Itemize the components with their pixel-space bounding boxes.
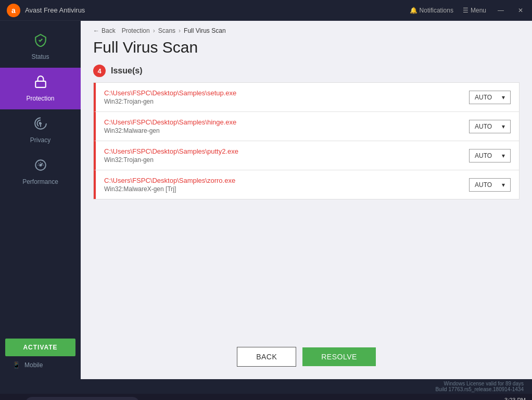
speedometer-icon xyxy=(34,158,47,175)
chevron-down-icon: ▾ xyxy=(502,152,505,159)
sidebar-item-status[interactable]: Status xyxy=(0,26,81,68)
issue-item: C:\Users\FSPC\Desktop\Samples\putty2.exe… xyxy=(94,141,519,170)
version-bar: Windows License valid for 89 days Build … xyxy=(0,379,532,394)
breadcrumb-current: Full Virus Scan xyxy=(184,27,225,34)
issue-type: Win32:Trojan-gen xyxy=(104,98,236,105)
breadcrumb: ← Back Protection › Scans › Full Virus S… xyxy=(81,21,532,34)
sidebar-performance-label: Performance xyxy=(22,178,58,185)
app-logo: a xyxy=(6,3,21,18)
lock-icon xyxy=(34,75,47,92)
svg-text:a: a xyxy=(11,6,16,15)
back-arrow-icon: ← xyxy=(93,27,99,34)
activate-button[interactable]: ACTIVATE xyxy=(5,339,75,356)
svg-point-5 xyxy=(40,164,41,166)
bell-icon: 🔔 xyxy=(410,7,417,14)
back-button[interactable]: BACK xyxy=(237,347,296,367)
auto-label: AUTO xyxy=(475,181,492,189)
mobile-icon: 📱 xyxy=(12,361,20,369)
issue-list: C:\Users\FSPC\Desktop\Samples\setup.exe … xyxy=(93,82,520,199)
issues-header: 4 Issue(s) xyxy=(93,65,520,77)
fingerprint-icon xyxy=(34,117,47,133)
action-bar: BACK RESOLVE xyxy=(81,336,532,379)
svg-rect-2 xyxy=(35,81,46,88)
issue-info: C:\Users\FSPC\Desktop\Samples\zorro.exe … xyxy=(104,177,235,193)
issues-section: 4 Issue(s) C:\Users\FSPC\Desktop\Samples… xyxy=(81,65,532,336)
back-text: Back xyxy=(102,27,116,34)
search-bar[interactable]: 🔍 🎤 xyxy=(25,397,140,400)
breadcrumb-scans[interactable]: Scans xyxy=(158,27,175,34)
auto-label: AUTO xyxy=(475,123,492,130)
version-line1: Windows License valid for 89 days xyxy=(444,381,524,386)
issue-info: C:\Users\FSPC\Desktop\Samples\hinge.exe … xyxy=(104,118,236,134)
clock-time: 3:23 PM xyxy=(497,396,526,400)
issue-count-badge: 4 xyxy=(93,65,106,77)
back-link[interactable]: ← Back xyxy=(93,27,116,34)
sidebar-item-performance[interactable]: Performance xyxy=(0,151,81,193)
menu-button[interactable]: ☰ Menu xyxy=(463,7,486,14)
issue-info: C:\Users\FSPC\Desktop\Samples\putty2.exe… xyxy=(104,147,238,164)
chevron-down-icon: ▾ xyxy=(502,94,505,101)
title-bar-controls: 🔔 Notifications ☰ Menu — ✕ xyxy=(410,5,526,16)
minimize-button[interactable]: — xyxy=(496,5,506,16)
title-bar: a Avast Free Antivirus 🔔 Notifications ☰… xyxy=(0,0,532,21)
breadcrumb-sep2: › xyxy=(153,27,155,34)
issue-item: C:\Users\FSPC\Desktop\Samples\zorro.exe … xyxy=(94,170,519,199)
auto-action-button[interactable]: AUTO ▾ xyxy=(469,120,511,133)
issue-info: C:\Users\FSPC\Desktop\Samples\setup.exe … xyxy=(104,89,236,105)
issue-item: C:\Users\FSPC\Desktop\Samples\setup.exe … xyxy=(94,83,519,112)
issue-type: Win32:Malware-gen xyxy=(104,127,236,134)
issues-label: Issue(s) xyxy=(111,66,142,76)
issue-path: C:\Users\FSPC\Desktop\Samples\zorro.exe xyxy=(104,177,235,184)
notifications-button[interactable]: 🔔 Notifications xyxy=(410,7,453,14)
sidebar-item-privacy[interactable]: Privacy xyxy=(0,109,81,151)
close-button[interactable]: ✕ xyxy=(515,5,526,16)
sidebar-bottom: ACTIVATE 📱 Mobile xyxy=(0,333,81,379)
issue-type: Win32:MalwareX-gen [Trj] xyxy=(104,185,235,193)
sidebar-item-protection[interactable]: Protection xyxy=(0,68,81,109)
svg-point-3 xyxy=(40,123,41,124)
auto-action-button[interactable]: AUTO ▾ xyxy=(469,178,511,192)
taskbar: ⊞ 🔍 🎤 ⧉ e 📁 ✉ 🦊 ⚙ 🛡 📶 🔊 🔋 3:23 PM 12/19/… xyxy=(0,394,532,400)
content-area: ← Back Protection › Scans › Full Virus S… xyxy=(81,21,532,379)
issue-type: Win32:Trojan-gen xyxy=(104,156,238,164)
issue-item: C:\Users\FSPC\Desktop\Samples\hinge.exe … xyxy=(94,112,519,141)
chevron-down-icon: ▾ xyxy=(502,181,505,189)
page-title: Full Virus Scan xyxy=(81,34,532,65)
app-title: Avast Free Antivirus xyxy=(25,6,410,14)
breadcrumb-sep3: › xyxy=(179,27,181,34)
hamburger-icon: ☰ xyxy=(463,7,468,14)
taskbar-clock: 3:23 PM 12/19/2018 xyxy=(497,396,526,400)
resolve-button[interactable]: RESOLVE xyxy=(302,347,376,366)
sidebar-status-label: Status xyxy=(31,53,49,60)
auto-label: AUTO xyxy=(475,94,492,101)
shield-icon xyxy=(34,33,47,50)
breadcrumb-protection[interactable]: Protection xyxy=(122,27,150,34)
start-button[interactable]: ⊞ xyxy=(2,394,25,400)
version-line2: Build 17763.rs5_release.180914-1434 xyxy=(435,386,524,392)
auto-action-button[interactable]: AUTO ▾ xyxy=(469,149,511,162)
taskbar-right: 📶 🔊 🔋 3:23 PM 12/19/2018 xyxy=(464,396,530,400)
issue-path: C:\Users\FSPC\Desktop\Samples\putty2.exe xyxy=(104,147,238,155)
mobile-item[interactable]: 📱 Mobile xyxy=(5,356,75,374)
sidebar-privacy-label: Privacy xyxy=(30,136,50,144)
sidebar: Status Protection Privacy xyxy=(0,21,81,379)
mobile-label: Mobile xyxy=(24,361,43,369)
issue-path: C:\Users\FSPC\Desktop\Samples\setup.exe xyxy=(104,89,236,97)
auto-action-button[interactable]: AUTO ▾ xyxy=(469,91,511,104)
auto-label: AUTO xyxy=(475,152,492,159)
app-body: Status Protection Privacy xyxy=(0,21,532,379)
issue-path: C:\Users\FSPC\Desktop\Samples\hinge.exe xyxy=(104,118,236,126)
chevron-down-icon: ▾ xyxy=(502,123,505,130)
sidebar-protection-label: Protection xyxy=(26,95,54,102)
